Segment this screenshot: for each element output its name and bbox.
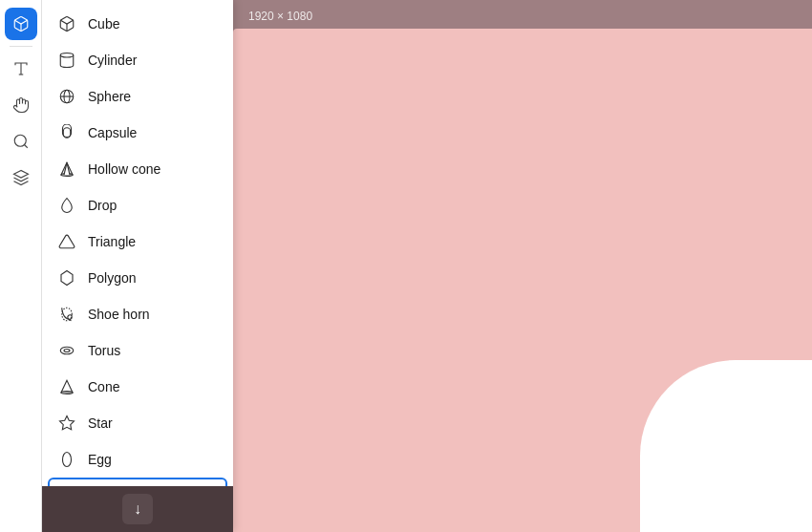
- triangle-icon: [57, 232, 76, 251]
- layers-tool-button[interactable]: [5, 161, 37, 194]
- scroll-down-button[interactable]: ↓: [122, 494, 153, 524]
- svg-marker-13: [61, 271, 73, 286]
- canvas-area: 1920 × 1080: [233, 0, 812, 532]
- svg-point-15: [60, 347, 74, 354]
- shape-item-torus-label: Torus: [88, 343, 120, 358]
- cube-icon: [57, 14, 76, 33]
- search-tool-button[interactable]: [5, 125, 37, 158]
- arrow-down-icon: ↓: [134, 500, 141, 518]
- svg-line-4: [24, 144, 27, 147]
- sphere-icon: [57, 87, 76, 106]
- shape-item-hollow-cone[interactable]: Hollow cone: [42, 151, 233, 187]
- star-icon: [57, 414, 76, 433]
- hand-icon: [12, 96, 30, 114]
- svg-marker-18: [60, 416, 75, 430]
- shape-item-cube-label: Cube: [88, 16, 119, 32]
- shape-item-sphere-label: Sphere: [88, 89, 131, 104]
- svg-rect-11: [63, 128, 71, 138]
- shape-item-polygon[interactable]: Polygon: [42, 260, 233, 296]
- capsule-icon: [57, 123, 76, 142]
- shape-item-capsule[interactable]: Capsule: [42, 115, 233, 151]
- layers-icon: [12, 169, 30, 186]
- shape-item-cube[interactable]: Cube: [42, 6, 233, 42]
- text-icon: [12, 60, 30, 77]
- shape-item-capsule-label: Capsule: [88, 125, 137, 140]
- shape-item-torus[interactable]: Torus: [42, 332, 233, 369]
- shape-item-cylinder-label: Cylinder: [88, 53, 137, 68]
- shape-item-pin[interactable]: Pin: [48, 478, 227, 486]
- canvas-content: [233, 29, 812, 532]
- drop-icon: [57, 196, 76, 215]
- shape-list: Cube Cylinder Sphere: [42, 0, 233, 486]
- shape-item-drop-label: Drop: [88, 198, 117, 213]
- shape-item-shoe-horn[interactable]: Shoe horn: [42, 296, 233, 332]
- hollow-cone-icon: [57, 160, 76, 179]
- box-icon: [12, 15, 30, 32]
- canvas-white-shape: [640, 360, 812, 532]
- shape-dropdown-panel: Cube Cylinder Sphere: [42, 0, 233, 532]
- shape-item-sphere[interactable]: Sphere: [42, 78, 233, 115]
- shape-item-egg-label: Egg: [88, 452, 112, 467]
- shape-item-triangle[interactable]: Triangle: [42, 223, 233, 260]
- dropdown-footer: ↓: [42, 486, 233, 532]
- svg-point-3: [14, 135, 26, 146]
- shape-item-cone[interactable]: Cone: [42, 369, 233, 405]
- hand-tool-button[interactable]: [5, 89, 37, 121]
- box-tool-button[interactable]: [5, 8, 37, 40]
- shape-item-egg[interactable]: Egg: [42, 441, 233, 478]
- torus-icon: [57, 341, 76, 360]
- shoe-horn-icon: [57, 305, 76, 324]
- toolbar-divider-1: [10, 46, 32, 47]
- cone-icon: [57, 377, 76, 396]
- search-icon: [12, 133, 30, 150]
- shape-item-hollow-cone-label: Hollow cone: [88, 161, 160, 177]
- shape-item-star-label: Star: [88, 415, 113, 431]
- toolbar: [0, 0, 42, 532]
- shape-item-polygon-label: Polygon: [88, 270, 137, 286]
- svg-point-7: [60, 53, 74, 58]
- canvas-dimensions-label: 1920 × 1080: [248, 10, 312, 23]
- shape-item-drop[interactable]: Drop: [42, 187, 233, 223]
- polygon-icon: [57, 268, 76, 287]
- shape-item-triangle-label: Triangle: [88, 234, 136, 249]
- shape-item-star[interactable]: Star: [42, 405, 233, 441]
- shape-item-cylinder[interactable]: Cylinder: [42, 42, 233, 78]
- egg-icon: [57, 450, 76, 469]
- svg-marker-5: [13, 171, 28, 179]
- svg-point-16: [64, 350, 70, 352]
- text-tool-button[interactable]: [5, 53, 37, 85]
- cylinder-icon: [57, 51, 76, 70]
- shape-item-shoe-horn-label: Shoe horn: [88, 307, 150, 322]
- shape-item-cone-label: Cone: [88, 379, 119, 394]
